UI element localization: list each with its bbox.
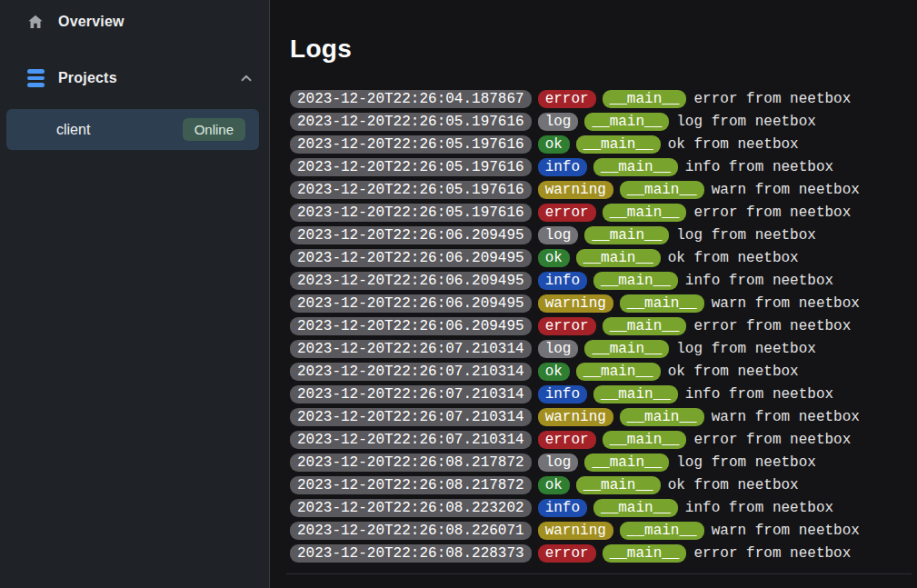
log-module-badge: __main__	[576, 476, 661, 494]
log-timestamp-badge: 2023-12-20T22:26:08.223202	[290, 499, 532, 517]
log-timestamp-badge: 2023-12-20T22:26:05.197616	[290, 158, 532, 176]
log-row: 2023-12-20T22:26:05.197616 log __main__ …	[290, 113, 917, 131]
log-level-badge: log	[538, 453, 579, 472]
log-level-badge: info	[538, 499, 587, 517]
log-timestamp-badge: 2023-12-20T22:26:07.210314	[290, 408, 532, 426]
log-row: 2023-12-20T22:26:05.197616 warning __mai…	[290, 181, 917, 199]
log-module-badge: __main__	[576, 249, 661, 267]
log-level-badge: warning	[538, 408, 613, 426]
log-row: 2023-12-20T22:26:06.209495 ok __main__ o…	[290, 249, 917, 267]
log-row: 2023-12-20T22:26:08.223202 info __main__…	[290, 499, 917, 517]
log-level-badge: ok	[538, 476, 570, 494]
log-row: 2023-12-20T22:26:06.209495 warning __mai…	[290, 294, 917, 313]
log-row: 2023-12-20T22:26:07.210314 ok __main__ o…	[290, 363, 917, 381]
log-level-badge: info	[538, 272, 587, 290]
log-timestamp-badge: 2023-12-20T22:26:06.209495	[290, 294, 532, 313]
log-message: error from neetbox	[693, 204, 851, 221]
sidebar-item-label-overview: Overview	[58, 14, 125, 30]
log-module-badge: __main__	[584, 113, 669, 131]
log-timestamp-badge: 2023-12-20T22:26:06.209495	[290, 249, 532, 267]
log-timestamp-badge: 2023-12-20T22:26:07.210314	[290, 363, 532, 381]
main-content: Logs 2023-12-20T22:26:04.187867 error __…	[270, 0, 917, 588]
log-row: 2023-12-20T22:26:07.210314 warning __mai…	[290, 408, 917, 426]
log-message: error from neetbox	[693, 318, 851, 334]
log-row: 2023-12-20T22:26:06.209495 log __main__ …	[290, 226, 917, 244]
log-level-badge: warning	[538, 294, 613, 313]
log-timestamp-badge: 2023-12-20T22:26:04.187867	[290, 90, 532, 108]
page-title: Logs	[290, 35, 917, 64]
client-name-label: client	[56, 122, 90, 138]
log-timestamp-badge: 2023-12-20T22:26:05.197616	[290, 181, 532, 199]
log-module-badge: __main__	[603, 90, 687, 108]
log-module-badge: __main__	[593, 385, 678, 404]
log-level-badge: error	[538, 204, 596, 222]
log-message: ok from neetbox	[667, 136, 799, 153]
log-row: 2023-12-20T22:26:08.226071 warning __mai…	[290, 522, 917, 540]
log-module-badge: __main__	[603, 204, 687, 222]
log-message: ok from neetbox	[667, 250, 799, 266]
log-level-badge: error	[538, 544, 596, 563]
sidebar-item-label-projects: Projects	[58, 70, 117, 86]
log-message: info from neetbox	[684, 500, 833, 516]
log-level-badge: info	[538, 385, 587, 404]
log-level-badge: info	[538, 158, 587, 176]
app-root: Overview Projects client Online Logs 202…	[0, 0, 917, 588]
log-row: 2023-12-20T22:26:06.209495 error __main_…	[290, 317, 917, 335]
log-row: 2023-12-20T22:26:08.228373 error __main_…	[290, 544, 917, 563]
log-message: info from neetbox	[684, 159, 833, 175]
sidebar-item-overview[interactable]: Overview	[0, 9, 269, 35]
log-message: log from neetbox	[675, 454, 816, 471]
log-module-badge: __main__	[593, 158, 678, 176]
log-timestamp-badge: 2023-12-20T22:26:05.197616	[290, 113, 532, 131]
log-level-badge: ok	[538, 135, 570, 154]
log-message: log from neetbox	[675, 227, 816, 244]
log-timestamp-badge: 2023-12-20T22:26:05.197616	[290, 135, 532, 154]
sidebar: Overview Projects client Online	[0, 0, 270, 588]
log-message: error from neetbox	[693, 545, 851, 562]
sidebar-item-projects[interactable]: Projects	[0, 65, 269, 91]
sidebar-item-client[interactable]: client Online	[6, 109, 259, 150]
log-message: info from neetbox	[684, 386, 833, 403]
log-level-badge: error	[538, 90, 596, 108]
log-row: 2023-12-20T22:26:08.217872 log __main__ …	[290, 453, 917, 472]
log-message: warn from neetbox	[711, 523, 860, 539]
home-icon	[25, 12, 45, 32]
log-message: warn from neetbox	[711, 182, 860, 198]
log-message: warn from neetbox	[711, 295, 860, 312]
log-row: 2023-12-20T22:26:07.210314 error __main_…	[290, 431, 917, 449]
log-row: 2023-12-20T22:26:04.187867 error __main_…	[290, 90, 917, 108]
log-level-badge: ok	[538, 363, 570, 381]
log-timestamp-badge: 2023-12-20T22:26:07.210314	[290, 340, 532, 358]
log-timestamp-badge: 2023-12-20T22:26:06.209495	[290, 272, 532, 290]
log-module-badge: __main__	[584, 453, 669, 472]
log-module-badge: __main__	[576, 135, 661, 154]
log-timestamp-badge: 2023-12-20T22:26:07.210314	[290, 385, 532, 404]
log-message: error from neetbox	[693, 91, 851, 107]
log-message: info from neetbox	[684, 273, 833, 289]
chevron-up-icon[interactable]	[238, 70, 254, 86]
log-message: error from neetbox	[693, 432, 851, 448]
log-row: 2023-12-20T22:26:05.197616 info __main__…	[290, 158, 917, 176]
log-timestamp-badge: 2023-12-20T22:26:07.210314	[290, 431, 532, 449]
log-level-badge: log	[538, 226, 579, 244]
log-module-badge: __main__	[603, 544, 687, 563]
log-row: 2023-12-20T22:26:08.217872 ok __main__ o…	[290, 476, 917, 494]
log-message: log from neetbox	[675, 114, 816, 130]
log-module-badge: __main__	[620, 294, 704, 313]
log-timestamp-badge: 2023-12-20T22:26:06.209495	[290, 317, 532, 335]
log-module-badge: __main__	[603, 431, 687, 449]
log-row: 2023-12-20T22:26:07.210314 info __main__…	[290, 385, 917, 404]
log-level-badge: error	[538, 317, 596, 335]
log-module-badge: __main__	[576, 363, 661, 381]
log-timestamp-badge: 2023-12-20T22:26:08.228373	[290, 544, 532, 563]
log-module-badge: __main__	[620, 408, 704, 426]
log-timestamp-badge: 2023-12-20T22:26:06.209495	[290, 226, 532, 244]
log-timestamp-badge: 2023-12-20T22:26:08.217872	[290, 453, 532, 472]
log-message: log from neetbox	[675, 341, 816, 357]
projects-list-icon	[25, 68, 45, 88]
log-timestamp-badge: 2023-12-20T22:26:08.226071	[290, 522, 532, 540]
log-module-badge: __main__	[584, 340, 669, 358]
log-list-divider	[286, 573, 912, 574]
log-level-badge: warning	[538, 181, 613, 199]
log-module-badge: __main__	[620, 522, 704, 540]
